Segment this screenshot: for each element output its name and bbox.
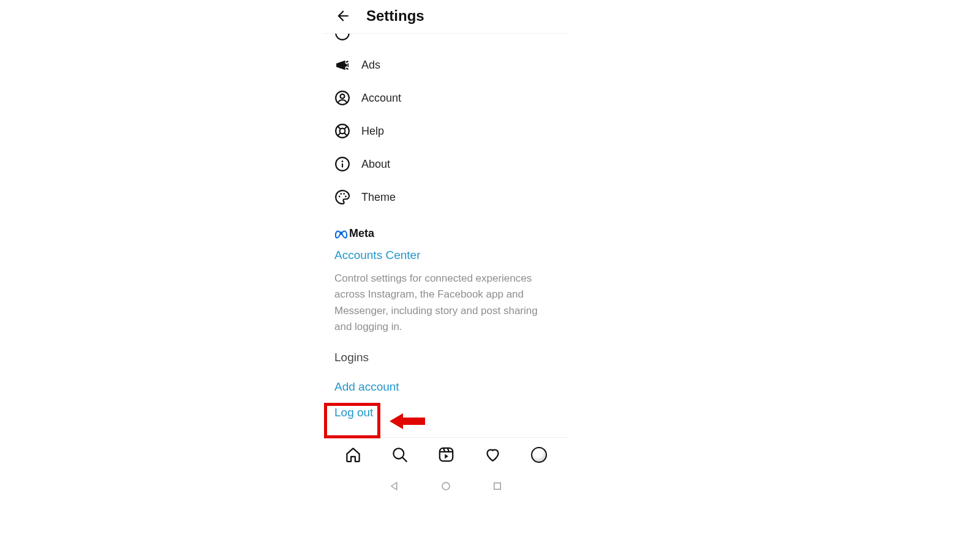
lifebuoy-icon bbox=[334, 123, 350, 139]
settings-row-label: About bbox=[361, 158, 390, 171]
settings-row-label: Account bbox=[361, 92, 401, 105]
svg-point-1 bbox=[346, 61, 347, 62]
log-out-link[interactable]: Log out bbox=[334, 406, 373, 419]
svg-point-12 bbox=[341, 193, 342, 195]
nav-home[interactable] bbox=[344, 446, 361, 463]
nav-activity[interactable] bbox=[484, 446, 501, 463]
sys-home-button[interactable] bbox=[440, 480, 452, 492]
settings-row-help[interactable]: Help bbox=[334, 114, 557, 148]
settings-row-label: Ads bbox=[361, 59, 380, 72]
svg-point-14 bbox=[345, 196, 347, 198]
svg-rect-10 bbox=[342, 163, 343, 168]
back-arrow-icon bbox=[335, 8, 351, 24]
settings-screen: Settings Ads bbox=[323, 0, 568, 502]
circle-home-icon bbox=[440, 481, 451, 492]
svg-point-11 bbox=[339, 196, 341, 198]
nav-reels[interactable] bbox=[437, 446, 454, 463]
svg-point-13 bbox=[343, 193, 345, 195]
logins-heading: Logins bbox=[334, 351, 557, 364]
reels-icon bbox=[438, 446, 454, 463]
settings-row-about[interactable]: About bbox=[334, 148, 557, 181]
header-bar: Settings bbox=[323, 0, 568, 34]
settings-row-ads[interactable]: Ads bbox=[334, 48, 557, 81]
heart-icon bbox=[484, 446, 501, 463]
page-title: Settings bbox=[366, 7, 424, 24]
nav-profile[interactable] bbox=[530, 446, 548, 463]
settings-row-label: Theme bbox=[361, 191, 396, 204]
android-system-nav bbox=[323, 475, 568, 497]
palette-icon bbox=[334, 189, 350, 205]
svg-point-9 bbox=[342, 160, 344, 162]
svg-point-3 bbox=[347, 66, 349, 67]
meta-brand-text: Meta bbox=[349, 227, 374, 240]
triangle-back-icon bbox=[389, 481, 400, 492]
profile-avatar-icon bbox=[531, 447, 547, 463]
accounts-center-link[interactable]: Accounts Center bbox=[334, 249, 557, 262]
search-icon bbox=[391, 446, 408, 463]
meta-brand: Meta bbox=[334, 227, 557, 240]
svg-rect-17 bbox=[439, 448, 452, 461]
home-icon bbox=[345, 446, 361, 463]
meta-logo-icon bbox=[334, 228, 347, 240]
settings-row-account[interactable]: Account bbox=[334, 81, 557, 114]
square-recents-icon bbox=[492, 481, 503, 492]
bottom-nav bbox=[323, 437, 568, 471]
settings-row-cutoff bbox=[334, 34, 557, 42]
user-circle-icon bbox=[334, 90, 350, 106]
circle-icon bbox=[334, 34, 350, 41]
add-account-link[interactable]: Add account bbox=[334, 380, 557, 394]
sys-recents-button[interactable] bbox=[491, 480, 503, 492]
nav-search[interactable] bbox=[391, 446, 408, 463]
settings-row-label: Help bbox=[361, 125, 384, 138]
svg-point-2 bbox=[347, 63, 349, 64]
info-circle-icon bbox=[334, 156, 350, 172]
svg-rect-22 bbox=[494, 483, 501, 490]
back-button[interactable] bbox=[334, 7, 352, 24]
meta-section: Meta Accounts Center Control settings fo… bbox=[323, 214, 568, 335]
svg-line-16 bbox=[402, 457, 407, 462]
svg-point-0 bbox=[336, 34, 349, 40]
svg-point-21 bbox=[442, 482, 450, 490]
settings-list: Ads Account Help bbox=[323, 34, 568, 214]
logins-section: Logins Add account Log out bbox=[323, 335, 568, 419]
megaphone-icon bbox=[334, 57, 350, 73]
accounts-center-description: Control settings for connected experienc… bbox=[334, 271, 557, 335]
svg-point-5 bbox=[341, 94, 345, 99]
settings-row-theme[interactable]: Theme bbox=[334, 181, 557, 214]
svg-point-7 bbox=[340, 129, 345, 134]
sys-back-button[interactable] bbox=[388, 480, 401, 492]
